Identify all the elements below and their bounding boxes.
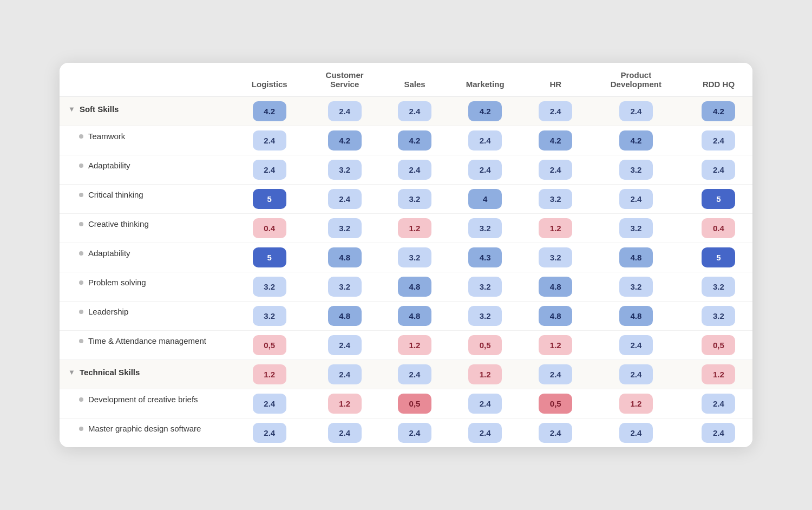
value-badge: 3.2 xyxy=(539,189,572,209)
value-badge: 3.2 xyxy=(539,247,572,267)
skill-row-soft-skills-7: Time & Attendance management0,52.41.20,5… xyxy=(60,331,752,360)
section-value-technical-skills-col0: 1.2 xyxy=(233,360,306,389)
chevron-icon: ▼ xyxy=(68,368,75,376)
skill-value-technical-skills-0-col1: 1.2 xyxy=(306,389,383,419)
skill-value-soft-skills-1-col3: 2.4 xyxy=(446,155,523,185)
skill-row-soft-skills-5: Problem solving3.23.24.83.24.83.23.2 xyxy=(60,272,752,302)
skill-row-soft-skills-2: Critical thinking52.43.243.22.45 xyxy=(60,185,752,214)
skill-value-soft-skills-6-col5: 4.8 xyxy=(587,302,685,331)
skill-value-technical-skills-0-col4: 0,5 xyxy=(524,389,587,419)
skill-label: Leadership xyxy=(88,307,128,316)
row-dot xyxy=(79,193,83,197)
row-dot xyxy=(79,251,83,256)
value-badge: 4.8 xyxy=(539,277,572,297)
skill-value-soft-skills-6-col2: 4.8 xyxy=(383,302,447,331)
section-value-technical-skills-col2: 2.4 xyxy=(383,360,447,389)
skill-value-soft-skills-1-col6: 2.4 xyxy=(685,155,752,185)
skill-label: Adaptability xyxy=(88,249,130,258)
value-badge: 2.4 xyxy=(253,394,286,414)
skill-value-soft-skills-6-col1: 4.8 xyxy=(306,302,383,331)
skill-value-soft-skills-4-col1: 4.8 xyxy=(306,243,383,272)
value-badge: 3.2 xyxy=(468,277,502,297)
value-badge: 1.2 xyxy=(539,218,572,238)
skill-label: Adaptability xyxy=(88,161,130,170)
section-value-technical-skills-col4: 2.4 xyxy=(524,360,587,389)
skill-value-soft-skills-6-col0: 3.2 xyxy=(233,302,306,331)
row-dot xyxy=(79,222,83,226)
value-badge: 3.2 xyxy=(398,247,431,267)
value-badge: 1.2 xyxy=(398,218,431,238)
value-badge: 4.2 xyxy=(253,101,286,121)
value-badge: 3.2 xyxy=(253,277,286,297)
skill-value-soft-skills-5-col0: 3.2 xyxy=(233,272,306,302)
skill-value-soft-skills-7-col2: 1.2 xyxy=(383,331,447,360)
skill-value-soft-skills-0-col3: 2.4 xyxy=(446,126,523,155)
value-badge: 4.8 xyxy=(398,306,431,326)
skill-row-soft-skills-0: Teamwork2.44.24.22.44.24.22.4 xyxy=(60,126,752,155)
value-badge: 3.2 xyxy=(619,218,653,238)
skill-value-technical-skills-0-col2: 0,5 xyxy=(383,389,447,419)
skill-value-soft-skills-3-col1: 3.2 xyxy=(306,214,383,243)
value-badge: 2.4 xyxy=(253,160,286,180)
value-badge: 2.4 xyxy=(539,160,572,180)
value-badge: 2.4 xyxy=(619,364,653,384)
value-badge: 3.2 xyxy=(328,160,362,180)
value-badge: 3.2 xyxy=(702,277,735,297)
value-badge: 4.2 xyxy=(398,130,431,151)
value-badge: 0,5 xyxy=(468,335,502,355)
value-badge: 4.2 xyxy=(702,101,735,121)
row-dot xyxy=(79,339,83,343)
section-value-technical-skills-col6: 1.2 xyxy=(685,360,752,389)
col-header-marketing: Marketing xyxy=(446,63,523,97)
value-badge: 2.4 xyxy=(702,130,735,151)
skill-value-soft-skills-5-col2: 4.8 xyxy=(383,272,447,302)
skill-label: Master graphic design software xyxy=(88,424,201,433)
value-badge: 3.2 xyxy=(468,306,502,326)
section-label: Technical Skills xyxy=(80,368,140,377)
section-value-soft-skills-col2: 2.4 xyxy=(383,97,447,126)
skill-value-soft-skills-0-col4: 4.2 xyxy=(524,126,587,155)
table-header-row: Logistics CustomerService Sales Marketin… xyxy=(60,63,752,97)
skills-matrix-card: Logistics CustomerService Sales Marketin… xyxy=(60,63,752,447)
skill-value-technical-skills-1-col6: 2.4 xyxy=(685,419,752,448)
value-badge: 1.2 xyxy=(619,394,653,414)
value-badge: 3.2 xyxy=(328,277,362,297)
value-badge: 4.8 xyxy=(398,277,431,297)
value-badge: 1.2 xyxy=(702,364,735,384)
skill-value-soft-skills-2-col3: 4 xyxy=(446,185,523,214)
value-badge: 4.8 xyxy=(619,247,653,267)
section-row-soft-skills[interactable]: ▼ Soft Skills4.22.42.44.22.42.44.2 xyxy=(60,97,752,126)
section-value-soft-skills-col3: 4.2 xyxy=(446,97,523,126)
skill-value-soft-skills-0-col0: 2.4 xyxy=(233,126,306,155)
skill-value-soft-skills-0-col2: 4.2 xyxy=(383,126,447,155)
value-badge: 4 xyxy=(468,189,502,209)
skill-label: Teamwork xyxy=(88,132,125,141)
value-badge: 5 xyxy=(702,247,735,267)
section-value-soft-skills-col5: 2.4 xyxy=(587,97,685,126)
value-badge: 2.4 xyxy=(539,423,572,443)
skill-value-technical-skills-1-col3: 2.4 xyxy=(446,419,523,448)
row-dot xyxy=(79,427,83,431)
col-header-rdd-hq: RDD HQ xyxy=(685,63,752,97)
value-badge: 5 xyxy=(702,189,735,209)
value-badge: 3.2 xyxy=(398,189,431,209)
section-value-technical-skills-col1: 2.4 xyxy=(306,360,383,389)
value-badge: 1.2 xyxy=(328,394,362,414)
skill-value-soft-skills-5-col4: 4.8 xyxy=(524,272,587,302)
skill-value-soft-skills-3-col4: 1.2 xyxy=(524,214,587,243)
row-dot xyxy=(79,310,83,314)
value-badge: 0,5 xyxy=(702,335,735,355)
skill-label: Time & Attendance management xyxy=(88,336,206,345)
skill-value-soft-skills-2-col2: 3.2 xyxy=(383,185,447,214)
value-badge: 2.4 xyxy=(619,189,653,209)
value-badge: 2.4 xyxy=(253,130,286,151)
col-header-hr: HR xyxy=(524,63,587,97)
value-badge: 2.4 xyxy=(702,160,735,180)
skill-value-soft-skills-3-col6: 0.4 xyxy=(685,214,752,243)
section-label: Soft Skills xyxy=(80,104,119,114)
skill-value-soft-skills-2-col5: 2.4 xyxy=(587,185,685,214)
value-badge: 3.2 xyxy=(253,306,286,326)
skill-value-soft-skills-4-col5: 4.8 xyxy=(587,243,685,272)
skill-value-soft-skills-7-col6: 0,5 xyxy=(685,331,752,360)
section-row-technical-skills[interactable]: ▼ Technical Skills1.22.42.41.22.42.41.2 xyxy=(60,360,752,389)
